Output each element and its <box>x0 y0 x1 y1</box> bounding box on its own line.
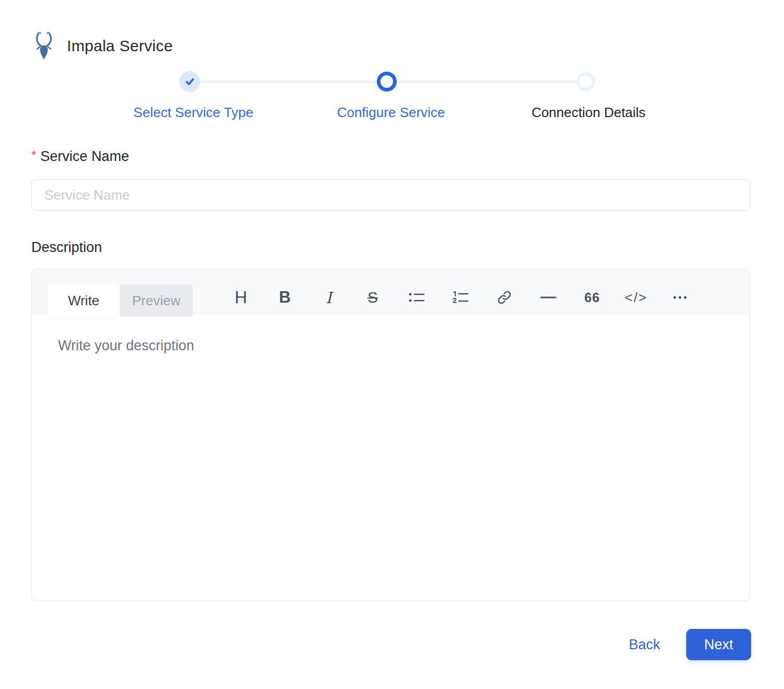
more-icon[interactable] <box>658 281 702 314</box>
service-name-input[interactable] <box>31 179 750 211</box>
wizard-actions: Back Next <box>629 629 751 660</box>
page-header: Impala Service <box>31 31 173 61</box>
step-label-select-service-type: Select Service Type <box>133 105 253 121</box>
impala-service-wizard: Impala Service Select Service Type Confi… <box>0 0 784 689</box>
step-indicator-connection-details <box>577 72 595 91</box>
bullet-list-icon[interactable] <box>395 281 439 314</box>
strikethrough-icon[interactable]: S <box>351 281 395 314</box>
check-icon <box>184 76 195 87</box>
italic-icon[interactable]: I <box>307 281 351 314</box>
step-connector <box>391 81 586 83</box>
description-label: Description <box>31 239 102 256</box>
numbered-list-icon[interactable] <box>439 281 482 314</box>
service-name-label: *Service Name <box>31 148 129 165</box>
bold-icon[interactable]: B <box>263 281 307 314</box>
editor-tabs: Write Preview <box>48 283 193 318</box>
quote-icon[interactable]: 66 <box>570 281 614 314</box>
code-icon[interactable]: </> <box>614 281 658 314</box>
heading-icon[interactable]: H <box>219 281 263 314</box>
required-marker: * <box>31 148 36 162</box>
editor-body <box>32 315 750 601</box>
link-icon[interactable] <box>482 281 526 314</box>
editor-toolbar: H B I S <box>219 281 702 314</box>
horizontal-rule-icon[interactable] <box>526 281 570 314</box>
impala-logo-icon <box>31 31 56 61</box>
description-editor: Write Preview H B I S <box>31 269 750 601</box>
step-label-configure-service: Configure Service <box>337 105 445 121</box>
tab-preview[interactable]: Preview <box>120 284 193 317</box>
description-textarea[interactable] <box>32 315 750 601</box>
step-label-connection-details: Connection Details <box>532 105 645 121</box>
step-indicator-select-service-type <box>179 71 200 92</box>
step-connector <box>193 81 387 83</box>
page-title: Impala Service <box>67 37 173 55</box>
wizard-stepper: Select Service Type Configure Service Co… <box>0 71 784 129</box>
back-button[interactable]: Back <box>629 637 660 653</box>
step-indicator-configure-service <box>377 72 397 91</box>
tab-write[interactable]: Write <box>48 283 120 318</box>
next-button[interactable]: Next <box>686 629 751 660</box>
service-name-label-text: Service Name <box>40 148 129 164</box>
